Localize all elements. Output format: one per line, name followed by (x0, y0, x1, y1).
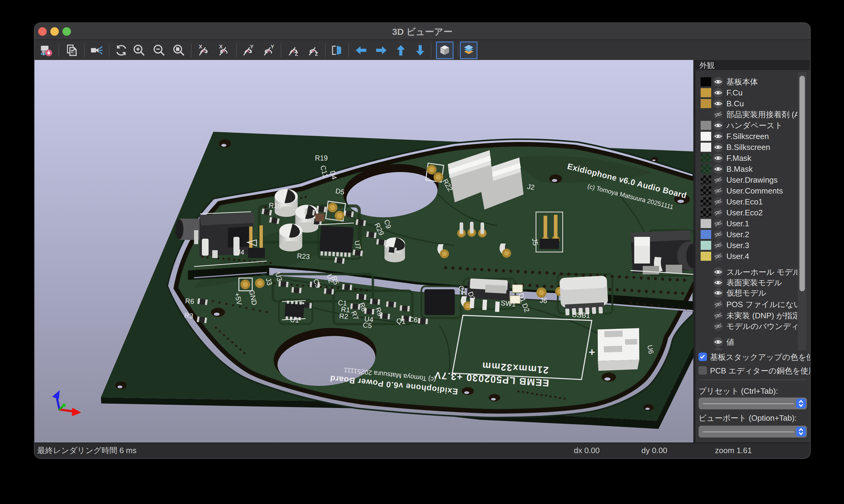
svg-text:U1: U1 (290, 316, 299, 324)
svg-text:R3: R3 (184, 311, 194, 320)
svg-text:C6: C6 (408, 315, 418, 324)
svg-text:X: X (199, 43, 203, 50)
svg-text:SW1: SW1 (500, 299, 516, 308)
svg-text:R19: R19 (315, 154, 328, 162)
svg-text:J2: J2 (527, 183, 535, 192)
svg-text:X: X (219, 43, 223, 50)
svg-text:J6: J6 (539, 296, 547, 305)
svg-text:+: + (589, 346, 595, 358)
svg-text:R23: R23 (297, 252, 310, 261)
svg-text:U6: U6 (646, 344, 655, 354)
svg-text:D5: D5 (335, 187, 345, 196)
svg-text:U7: U7 (353, 240, 363, 250)
svg-text:USB1: USB1 (572, 310, 590, 319)
svg-text:Y: Y (250, 43, 254, 50)
svg-text:R2: R2 (339, 312, 349, 321)
svg-text:J5: J5 (531, 237, 540, 246)
svg-text:C5: C5 (363, 321, 372, 329)
svg-text:R10: R10 (269, 201, 282, 210)
svg-text:J4: J4 (237, 248, 245, 256)
svg-text:Y: Y (271, 43, 274, 50)
svg-text:Q1: Q1 (396, 317, 406, 326)
svg-text:R6: R6 (185, 297, 195, 305)
